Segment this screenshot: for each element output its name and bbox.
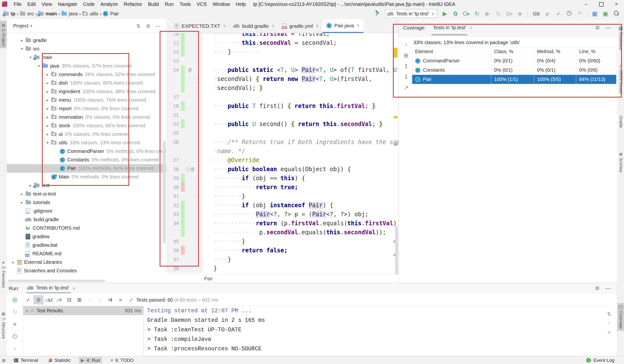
git-commit-button[interactable]: ✓: [553, 10, 564, 17]
chevron-down-icon[interactable]: ∨: [26, 309, 28, 313]
chevron-right-icon[interactable]: ▸: [44, 115, 51, 119]
chevron-down-icon[interactable]: ▾: [18, 47, 26, 51]
menu-help[interactable]: Help: [233, 1, 249, 7]
profiler-button[interactable]: ↻: [472, 10, 482, 17]
minimize-button[interactable]: –: [579, 0, 594, 8]
statusbar-statistic[interactable]: Statistic: [46, 357, 73, 364]
chevron-down-icon[interactable]: ▾: [35, 64, 43, 68]
close-icon[interactable]: ×: [469, 25, 472, 31]
menu-window[interactable]: Window: [210, 1, 233, 7]
code-line[interactable]: 25: [166, 129, 398, 137]
code-line[interactable]: 13: [166, 56, 398, 65]
breadcrumb-item-tp[interactable]: tp: [3, 11, 15, 17]
sort-by-duration-button[interactable]: ↓≡: [54, 295, 64, 305]
editor-tab-EXPECTED.TXT[interactable]: EXPECTED.TXT×: [171, 19, 230, 33]
tree-item-Pair[interactable]: CPair100% methods, 84% lines covered: [7, 164, 166, 173]
code-line[interactable]: 35▴········}: [166, 237, 398, 246]
menu-view[interactable]: View: [39, 1, 55, 7]
breadcrumb-item-src[interactable]: src: [20, 11, 34, 17]
collapse-all-icon[interactable]: ⇅: [133, 23, 143, 29]
tree-item-src[interactable]: ▾src: [7, 45, 166, 53]
tree-item-External Libraries[interactable]: ▸External Libraries: [7, 258, 166, 266]
toolwindow-tab-gradle[interactable]: Gradle: [617, 114, 624, 128]
more-icon[interactable]: »: [608, 329, 610, 335]
close-tab-icon[interactable]: ×: [272, 23, 274, 29]
toolwindow-toggle-icon[interactable]: ▦: [2, 358, 6, 363]
toolwindow-tab-1-project[interactable]: ▦1: Project: [0, 21, 7, 48]
gear-icon[interactable]: ⚙: [592, 25, 603, 31]
scroll-up-icon[interactable]: ↑: [608, 320, 610, 326]
code-line[interactable]: ·············p.secondVal.equals(this.sec…: [166, 228, 398, 237]
tree-item-dish[interactable]: ▸dish100% classes, 80% lines covered: [7, 79, 166, 87]
chevron-right-icon[interactable]: ▸: [18, 200, 26, 205]
editor-tab-Pair.java[interactable]: CPair.java×: [322, 19, 364, 33]
tree-horizontal-scrollbar[interactable]: [8, 280, 105, 282]
project-structure-button[interactable]: ▦: [589, 10, 600, 17]
close-tab-icon[interactable]: ×: [316, 23, 319, 29]
tree-item-.gitignore[interactable]: .gitignore: [7, 207, 166, 215]
coverage-row-Pair[interactable]: CPair100% (1/1)100% (5/5)84% (11/13): [412, 75, 616, 84]
menu-file[interactable]: File: [11, 1, 24, 7]
run-console[interactable]: Testing started at 12:07 PM ...Gradle Da…: [147, 306, 600, 355]
hide-panel-icon[interactable]: —: [153, 23, 163, 29]
breadcrumb-item-utils[interactable]: utils: [82, 11, 99, 17]
statusbar-6-todo[interactable]: ≡6: TODO: [108, 357, 135, 364]
terminal-layout-button[interactable]: ▣: [600, 10, 611, 17]
tree-item-CommandParser[interactable]: CCommandParser0% methods, 0% lines cover…: [7, 147, 166, 156]
restore-button[interactable]: [594, 0, 609, 8]
tree-item-test[interactable]: ▸test: [7, 181, 166, 190]
code-line[interactable]: 37▴····}: [166, 255, 398, 264]
chevron-down-icon[interactable]: ▾: [44, 140, 51, 145]
close-icon[interactable]: ×: [73, 286, 76, 291]
menu-navigate[interactable]: Navigate: [55, 1, 80, 7]
chevron-right-icon[interactable]: ▸: [44, 89, 51, 94]
gear-icon[interactable]: ⚙: [592, 285, 602, 292]
rerun-tests-button[interactable]: [10, 295, 20, 305]
breadcrumb-item-main[interactable]: main: [38, 11, 57, 17]
menu-tools[interactable]: Tools: [177, 1, 194, 7]
chevron-right-icon[interactable]: ▸: [44, 132, 51, 136]
code-line[interactable]: 31▴········}: [166, 192, 398, 201]
code-line[interactable]: 22····public U second() { return this.se…: [166, 119, 398, 129]
play-disabled-button[interactable]: ▶: [482, 10, 493, 17]
code-line[interactable]: 21: [166, 110, 398, 119]
show-ignored-button[interactable]: ⊘: [33, 295, 44, 305]
code-line[interactable]: +·secondVal); }: [166, 83, 398, 92]
tree-item-Scratches and Consoles[interactable]: Scratches and Consoles: [7, 266, 166, 275]
run-configuration-select[interactable]: Tests in 'tp.test'∨: [385, 9, 437, 18]
editor-body[interactable]: 10········this.firstVal = firstVal;11···…: [166, 33, 398, 293]
tree-item-report[interactable]: ▸report0% classes, 0% lines covered: [7, 104, 166, 113]
tree-item-README.md[interactable]: README.md: [7, 249, 166, 258]
chevron-right-icon[interactable]: ▸: [44, 106, 51, 111]
chevron-right-icon[interactable]: ▸: [27, 183, 34, 188]
tree-item-reservation[interactable]: ▸reservation0% classes, 0% lines covered: [7, 113, 166, 121]
code-line[interactable]: 32▾········if (obj instanceof Pair) {: [166, 201, 398, 210]
chevron-right-icon[interactable]: ▸: [44, 123, 51, 128]
flatten-packages-icon[interactable]: ⊞: [404, 52, 408, 59]
toolwindow-tab-2-favorites[interactable]: ★2: Favorites: [0, 260, 7, 288]
rerun-failed-tests-button[interactable]: ↻: [10, 308, 20, 317]
code-line[interactable]: 12−····}········: [166, 47, 398, 56]
code-line[interactable]: 11········this.secondVal = secondVal;: [166, 38, 398, 47]
search-everywhere-button[interactable]: [611, 10, 622, 17]
tree-item-ingredient[interactable]: ▸ingredient100% classes, 88% lines cover…: [7, 87, 166, 96]
close-button[interactable]: ×: [609, 0, 624, 8]
more-actions-button[interactable]: »: [115, 295, 126, 305]
code-line[interactable]: 30············return true;: [166, 182, 398, 192]
tree-item-gradlew.bat[interactable]: gradlew.bat: [7, 241, 166, 249]
run-tasks-disabled-button[interactable]: ≣▸: [504, 10, 515, 17]
go-down-icon[interactable]: ↧: [404, 74, 408, 80]
tree-item-tutorials[interactable]: ▸tutorials: [7, 198, 166, 207]
chevron-right-icon[interactable]: ▸: [18, 192, 26, 196]
chevron-right-icon[interactable]: ▸: [44, 72, 51, 77]
code-line[interactable]: 36········return false;: [166, 246, 398, 255]
close-tab-icon[interactable]: ×: [357, 23, 360, 28]
tree-item-java[interactable]: ▾java35% classes, 37% lines covered: [7, 62, 166, 70]
column-header-line[interactable]: Line, %: [576, 47, 616, 56]
run-with-coverage-button[interactable]: C▸: [461, 10, 472, 17]
event-log-button[interactable]: Event Log: [593, 358, 614, 363]
chevron-down-icon[interactable]: ▾: [30, 24, 32, 28]
code-line[interactable]: 34············return (p.firstVal.equals(…: [166, 219, 398, 228]
menu-edit[interactable]: Edit: [24, 1, 39, 7]
code-line[interactable]: 33············Pair<?, ?> p = (Pair<?, ?>…: [166, 210, 398, 219]
